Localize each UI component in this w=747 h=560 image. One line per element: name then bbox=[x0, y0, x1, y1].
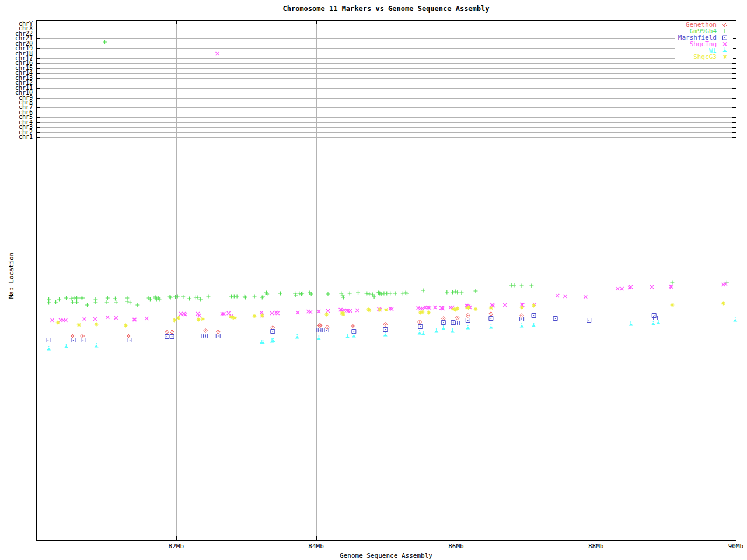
data-point-Gm99Gb4 bbox=[356, 291, 360, 295]
data-point-Genethon bbox=[443, 318, 444, 319]
data-point-Genethon bbox=[272, 327, 273, 328]
data-point-ShgcTng bbox=[433, 306, 437, 309]
data-point-ShgcG3 bbox=[176, 316, 180, 320]
ShgcTng-marker-icon bbox=[717, 41, 732, 47]
data-point-Genethon bbox=[73, 335, 74, 337]
x-tick-label-86Mb: 86Mb bbox=[442, 543, 470, 550]
data-point-Gm99Gb4 bbox=[235, 295, 239, 299]
data-point-Gm99Gb4 bbox=[300, 292, 304, 296]
plot-border bbox=[37, 21, 736, 541]
data-point-ShgcG3 bbox=[341, 312, 345, 316]
data-point-WI bbox=[66, 344, 67, 345]
data-point-WI bbox=[466, 327, 470, 330]
data-point-Gm99Gb4 bbox=[459, 291, 463, 295]
data-point-Gm99Gb4 bbox=[348, 292, 352, 296]
data-point-ShgcG3 bbox=[473, 307, 477, 312]
data-point-ShgcG3 bbox=[260, 314, 264, 318]
data-point-Marshfield bbox=[73, 340, 74, 341]
data-point-Gm99Gb4 bbox=[512, 284, 516, 288]
data-point-ShgcTng bbox=[339, 308, 343, 312]
data-point-ShgcG3 bbox=[670, 303, 674, 307]
data-point-Genethon bbox=[467, 315, 469, 316]
data-point-Gm99Gb4 bbox=[81, 296, 85, 300]
data-point-Marshfield bbox=[326, 330, 327, 331]
x-tick-label-84Mb: 84Mb bbox=[302, 543, 330, 550]
data-point-Marshfield bbox=[166, 336, 167, 337]
data-point-Gm99Gb4 bbox=[75, 300, 79, 304]
data-point-Genethon bbox=[327, 327, 328, 328]
data-point-Marshfield bbox=[353, 331, 354, 332]
data-point-ShgcG3 bbox=[124, 324, 128, 328]
data-point-Marshfield bbox=[457, 323, 458, 324]
data-point-ShgcG3 bbox=[721, 302, 725, 306]
data-point-ShgcG3 bbox=[455, 307, 459, 311]
data-point-WI bbox=[520, 325, 524, 328]
data-point-ShgcTng bbox=[620, 287, 624, 290]
data-point-WI bbox=[419, 330, 420, 331]
data-point-Gm99Gb4 bbox=[54, 300, 58, 304]
legend-marker-ShgcTng bbox=[723, 43, 727, 46]
data-point-Gm99Gb4 bbox=[341, 296, 345, 300]
data-point-WI bbox=[418, 332, 422, 335]
data-point-ShgcTng bbox=[326, 309, 330, 313]
data-point-Marshfield bbox=[272, 331, 273, 332]
data-point-WI bbox=[345, 335, 350, 338]
data-point-Gm99Gb4 bbox=[125, 296, 129, 300]
WI-marker-icon bbox=[717, 47, 732, 54]
data-point-Genethon bbox=[385, 324, 386, 325]
data-point-Gm99Gb4 bbox=[473, 289, 477, 293]
data-point-Gm99Gb4 bbox=[260, 296, 264, 300]
data-point-Gm99Gb4 bbox=[113, 297, 117, 301]
data-point-WI bbox=[352, 335, 356, 338]
plot-area bbox=[0, 0, 747, 560]
data-point-Gm99Gb4 bbox=[173, 295, 177, 299]
data-point-ShgcTng bbox=[51, 318, 54, 322]
data-point-Gm99Gb4 bbox=[168, 295, 172, 299]
legend-item-ShgcG3: ShgcG3 bbox=[678, 54, 732, 60]
data-point-Genethon bbox=[320, 325, 321, 326]
data-point-ShgcTng bbox=[348, 309, 352, 313]
data-point-Marshfield bbox=[588, 320, 589, 321]
data-point-Gm99Gb4 bbox=[261, 295, 265, 299]
legend-marker-WI bbox=[723, 49, 727, 52]
data-point-Gm99Gb4 bbox=[181, 295, 185, 299]
data-point-ShgcTng bbox=[133, 318, 137, 321]
data-point-Genethon bbox=[490, 313, 491, 314]
data-point-WI bbox=[629, 323, 633, 326]
data-point-Gm99Gb4 bbox=[57, 298, 61, 302]
legend: GenethonGm99Gb4MarshfieldShgcTngWIShgcG3 bbox=[675, 21, 733, 61]
data-point-ShgcTng bbox=[260, 311, 263, 314]
data-point-ShgcG3 bbox=[95, 323, 99, 327]
ShgcG3-marker-icon bbox=[717, 54, 732, 60]
data-point-Gm99Gb4 bbox=[47, 298, 51, 302]
data-point-Marshfield bbox=[82, 340, 83, 341]
data-point-Gm99Gb4 bbox=[176, 295, 180, 299]
data-point-WI bbox=[295, 336, 299, 339]
data-point-Gm99Gb4 bbox=[451, 290, 455, 295]
data-point-WI bbox=[452, 328, 453, 330]
data-point-ShgcTng bbox=[197, 314, 201, 317]
data-point-ShgcTng bbox=[355, 309, 359, 312]
data-point-ShgcG3 bbox=[324, 313, 329, 317]
data-point-WI bbox=[47, 348, 51, 351]
data-point-Gm99Gb4 bbox=[393, 292, 397, 296]
data-point-Gm99Gb4 bbox=[453, 290, 458, 294]
data-point-WI bbox=[353, 333, 354, 334]
data-point-Gm99Gb4 bbox=[385, 292, 389, 296]
data-point-Marshfield bbox=[420, 326, 421, 327]
data-point-Gm99Gb4 bbox=[445, 290, 449, 295]
data-point-ShgcTng bbox=[584, 295, 587, 299]
data-point-Gm99Gb4 bbox=[299, 292, 303, 296]
data-point-Genethon bbox=[419, 321, 420, 323]
data-point-Gm99Gb4 bbox=[187, 297, 191, 301]
data-point-Genethon bbox=[166, 331, 167, 332]
data-point-ShgcTng bbox=[270, 312, 274, 315]
data-point-Marshfield bbox=[205, 335, 206, 337]
data-point-Genethon bbox=[129, 335, 130, 337]
data-point-Gm99Gb4 bbox=[421, 289, 425, 293]
data-point-ShgcTng bbox=[563, 295, 567, 298]
data-point-Marshfield bbox=[655, 317, 656, 318]
data-point-ShgcG3 bbox=[489, 306, 493, 310]
data-point-Marshfield bbox=[467, 320, 469, 321]
data-point-WI bbox=[630, 321, 631, 323]
